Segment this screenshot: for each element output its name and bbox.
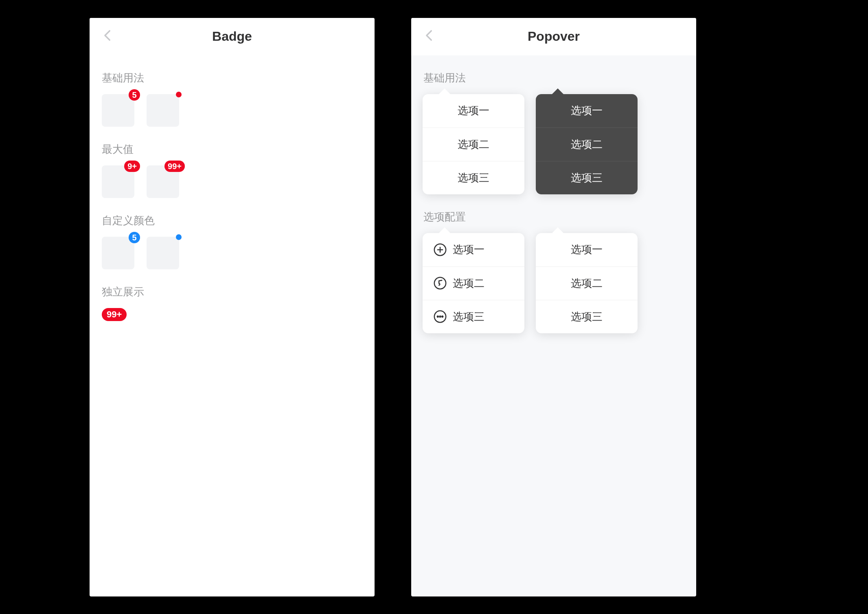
popover-option[interactable]: 选项一 — [423, 233, 524, 266]
back-icon[interactable] — [101, 29, 115, 45]
popover-option[interactable]: 选项三 — [423, 161, 524, 194]
navbar: Popover — [411, 18, 696, 55]
popover-option[interactable]: 选项二 — [423, 128, 524, 161]
popover-option-label: 选项一 — [453, 242, 484, 257]
section-title-standalone: 独立展示 — [90, 269, 375, 308]
popover-option[interactable]: 选项三 — [423, 300, 524, 333]
popover-option-label: 选项一 — [571, 242, 603, 257]
back-icon[interactable] — [423, 29, 436, 45]
popover-demo-screen: Popover 基础用法 选项一 选项二 选项三 选项一 选项二 选项三 选项配… — [411, 18, 696, 596]
popover-option[interactable]: 选项三 — [536, 300, 638, 333]
badge-item: 5 — [102, 237, 134, 269]
popover-option-label: 选项二 — [453, 276, 484, 290]
svg-point-6 — [440, 316, 441, 317]
badge-placeholder-box — [147, 237, 179, 269]
popover-with-icons: 选项一 选项二 选项三 — [423, 233, 524, 333]
popover-option-label: 选项二 — [458, 137, 489, 152]
popover-option-label: 选项二 — [571, 137, 603, 152]
popover-light: 选项一 选项二 选项三 — [423, 94, 524, 194]
popover-option[interactable]: 选项一 — [536, 94, 638, 128]
badge-count: 9+ — [124, 161, 140, 172]
badge-row-basic: 5 — [90, 94, 375, 127]
plus-circle-icon — [433, 243, 447, 257]
badge-standalone: 99+ — [102, 308, 127, 321]
section-title-custom-color: 自定义颜色 — [90, 198, 375, 237]
badge-count: 5 — [129, 89, 140, 101]
popover-row-config: 选项一 选项二 选项三 选项一 选项二 选项三 — [411, 233, 696, 333]
badge-placeholder-box — [102, 94, 134, 127]
navbar: Badge — [90, 18, 375, 55]
popover-option-label: 选项一 — [571, 103, 603, 118]
svg-point-3 — [434, 277, 446, 289]
more-circle-icon — [433, 310, 447, 324]
popover-option[interactable]: 选项一 — [423, 94, 524, 128]
badge-dot — [176, 92, 182, 97]
popover-option-label: 选项二 — [571, 276, 603, 290]
badge-item: 5 — [102, 94, 134, 127]
page-title: Badge — [212, 29, 252, 44]
music-circle-icon — [433, 276, 447, 290]
badge-count: 99+ — [164, 161, 185, 172]
section-title-max: 最大值 — [90, 127, 375, 165]
popover-with-disabled: 选项一 选项二 选项三 — [536, 233, 638, 333]
popover-option[interactable]: 选项三 — [536, 161, 638, 194]
popover-option-label: 选项三 — [571, 310, 603, 324]
popover-option-disabled: 选项一 — [536, 233, 638, 266]
page-title: Popover — [528, 29, 580, 44]
section-title-basic: 基础用法 — [90, 55, 375, 94]
svg-point-5 — [437, 316, 438, 317]
popover-option-label: 选项三 — [571, 171, 603, 185]
badge-placeholder-box — [147, 94, 179, 127]
badge-dot-blue — [176, 234, 182, 240]
popover-option[interactable]: 选项二 — [423, 266, 524, 300]
badge-placeholder-box — [102, 237, 134, 269]
badge-row-standalone: 99+ — [90, 308, 375, 321]
badge-item — [147, 94, 179, 127]
badge-demo-screen: Badge 基础用法 5 最大值 9+ 99+ 自定义颜色 — [90, 18, 375, 596]
popover-row-basic: 选项一 选项二 选项三 选项一 选项二 选项三 — [411, 94, 696, 194]
popover-option-disabled: 选项二 — [536, 266, 638, 300]
badge-item: 9+ — [102, 165, 134, 198]
svg-point-7 — [442, 316, 443, 317]
popover-option[interactable]: 选项二 — [536, 128, 638, 161]
popover-dark: 选项一 选项二 选项三 — [536, 94, 638, 194]
badge-item — [147, 237, 179, 269]
badge-item: 99+ — [147, 165, 179, 198]
popover-option-label: 选项三 — [453, 310, 484, 324]
badge-row-max: 9+ 99+ — [90, 165, 375, 198]
badge-count-blue: 5 — [129, 232, 140, 243]
badge-row-custom: 5 — [90, 237, 375, 269]
popover-option-label: 选项一 — [458, 103, 489, 118]
popover-option-label: 选项三 — [458, 171, 489, 185]
